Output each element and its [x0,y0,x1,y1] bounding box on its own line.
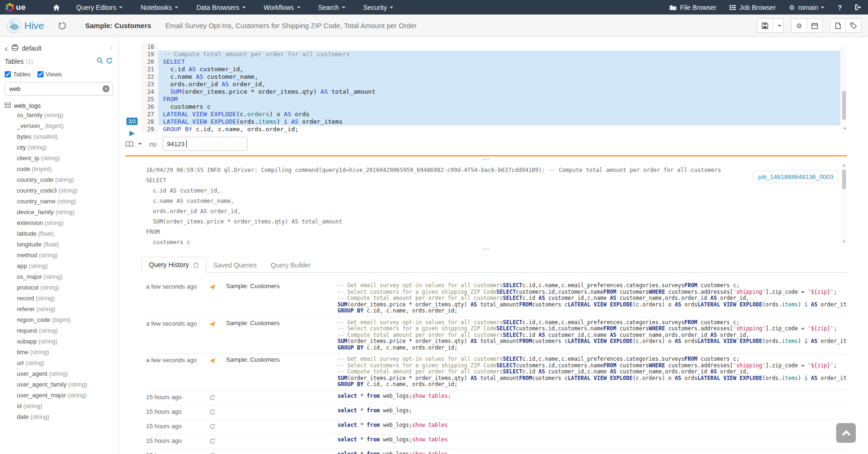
column-item-latitude[interactable]: latitude (float) [5,230,113,241]
history-query-name[interactable]: Sample: Customers [226,283,338,290]
checkbox-views[interactable]: Views [37,71,62,78]
sign-out-button[interactable] [848,0,868,15]
editor-line[interactable]: 21 c.id AS customer_id, [141,66,840,73]
tags-button[interactable] [846,18,861,33]
home-button[interactable] [46,0,70,15]
column-item-longitude[interactable]: longitude (float) [5,241,113,252]
history-query-name[interactable]: Sample: Customers [226,320,338,327]
editor-line[interactable]: 19-- Compute total amount per order for … [141,51,840,58]
refresh-icon[interactable] [106,57,113,66]
history-sql[interactable]: -- Get email survey opt-in values for al… [338,320,847,351]
nav-menu-search[interactable]: Search [312,0,352,15]
resize-handle-2[interactable]: ••• [125,246,847,252]
scroll-up-icon[interactable]: ▲ [842,163,846,167]
editor-line[interactable]: 22 c.name AS customer_name, [141,73,840,81]
editor-line[interactable]: 23 ords.order_id AS order_id, [141,81,840,88]
history-sql[interactable]: -- Get email survey opt-in values for al… [338,283,847,314]
new-document-button[interactable] [830,18,846,33]
back-icon[interactable]: ‹ [5,44,8,53]
column-item-time[interactable]: time (string) [5,349,113,359]
editor-line[interactable]: 24 SUM(order_items.price * order_items.q… [141,88,840,96]
nav-menu-notebooks[interactable]: Notebooks [134,0,185,15]
history-sql[interactable]: select * from web_logs;show tables [338,451,847,454]
variable-zip-input[interactable] [162,137,248,151]
search-icon[interactable] [96,57,103,66]
scroll-down-icon[interactable]: ▼ [842,239,846,244]
column-item-country-name[interactable]: country_name (string) [5,198,113,208]
editor-line-code[interactable] [158,43,840,51]
log-scrollbar-thumb[interactable] [842,170,846,189]
editor-line-code[interactable]: customers c [158,103,840,111]
user-menu[interactable]: ⚙ romain [782,0,831,15]
clear-filter-icon[interactable]: × [103,85,110,92]
column-item-version[interactable]: _version_ (bigint) [5,122,113,133]
nav-menu-security[interactable]: Security [357,0,400,15]
history-row[interactable]: 15 hours agoselect * from web_logs;show … [146,434,847,449]
editor-line-code[interactable]: LATERAL VIEW EXPLODE(ords.items) i AS or… [158,118,840,126]
database-name[interactable]: default [22,45,42,52]
history-row[interactable]: 15 hours agoselect * from web_logs; [146,405,847,420]
settings-button[interactable]: ⚙ [791,18,807,33]
editor-line[interactable]: 25FROM [141,96,840,103]
tab-saved-queries[interactable]: Saved Queries [206,258,264,273]
history-row[interactable]: a few seconds agoSample: Customers-- Get… [146,280,847,317]
tab-query-history[interactable]: Query History [141,257,206,273]
history-sql[interactable]: select * from web_logs;show tables [338,422,847,429]
table-item-web-logs[interactable]: web_logs [5,99,113,112]
column-item-app[interactable]: app (string) [5,262,113,273]
column-item-request[interactable]: request (string) [5,327,113,338]
save-button[interactable] [757,18,773,33]
column-item-record[interactable]: record (string) [5,295,113,305]
editor-line[interactable]: 26 customers c [141,103,840,111]
help-button[interactable]: ? [831,0,848,15]
query-description[interactable]: Email Survey Opt-Ins, Customers for Ship… [165,22,417,30]
column-item-os-family[interactable]: os_family (string) [5,112,113,122]
save-dropdown-button[interactable] [772,18,784,33]
editor-line-code[interactable]: LATERAL VIEW EXPLODE(c.orders) o AS ords [158,111,840,118]
editor-line[interactable]: 29GROUP BY c.id, c.name, ords.order_id; [141,126,840,133]
editor-line-code[interactable]: ords.order_id AS order_id, [158,81,840,88]
column-item-subapp[interactable]: subapp (string) [5,338,113,349]
column-item-method[interactable]: method (string) [5,252,113,262]
column-item-region-code[interactable]: region_code (bigint) [5,316,113,327]
history-query-name[interactable]: Sample: Customers [226,356,338,363]
history-sql[interactable]: select * from web_logs; [338,408,847,414]
resize-handle[interactable]: ••• [125,156,847,162]
history-sql[interactable]: select * from web_logs;show tables; [338,393,847,400]
nav-menu-query-editors[interactable]: Query Editors [70,0,130,15]
column-item-protocol[interactable]: protocol (string) [5,284,113,295]
table-filter-input[interactable] [5,82,113,96]
column-item-url[interactable]: url (string) [5,359,113,370]
column-item-device-family[interactable]: device_family (string) [5,208,113,219]
history-sql[interactable]: select * from web_logs;show tables [338,437,847,443]
column-item-city[interactable]: city (string) [5,144,113,155]
query-history-icon[interactable] [58,22,66,30]
column-item-referer[interactable]: referer (string) [5,305,113,316]
history-row[interactable]: a few seconds agoSample: Customers-- Get… [146,317,847,354]
editor-line-code[interactable]: -- Compute total amount per order for al… [158,51,840,58]
editor-line-code[interactable]: c.name AS customer_name, [158,73,840,81]
job-link[interactable]: job_1461888648136_0003 [753,171,839,183]
column-item-bytes[interactable]: bytes (smallint) [5,133,113,144]
column-item-country-code3[interactable]: country_code3 (string) [5,187,113,198]
checkbox-tables[interactable]: Tables [5,71,31,78]
nav-menu-workflows[interactable]: Workflows [257,0,307,15]
schedule-button[interactable] [807,18,823,33]
column-item-user-agent[interactable]: user_agent (string) [5,370,113,381]
checkbox-views-input[interactable] [37,71,44,77]
column-item-client-ip[interactable]: client_ip (string) [5,155,113,165]
column-item-country-code[interactable]: country_code (string) [5,176,113,187]
tab-query-builder[interactable]: Query Builder [264,258,318,273]
column-item-code[interactable]: code (tinyint) [5,165,113,176]
editor-line-code[interactable]: SELECT [158,58,840,66]
column-item-extension[interactable]: extension (string) [5,219,113,230]
clear-history-icon[interactable] [193,262,199,268]
hue-logo[interactable]: ue [0,0,30,15]
open-book-icon[interactable] [125,141,144,147]
log-scrollbar[interactable]: ▲ ▼ [841,162,847,245]
collapse-assist-icon[interactable]: ‹ [110,43,113,52]
column-item-id[interactable]: id (string) [5,402,113,413]
editor-line-code[interactable]: c.id AS customer_id, [158,66,840,73]
editor-line-code[interactable]: FROM [158,96,840,103]
column-item-user-agent-family[interactable]: user_agent_family (string) [5,381,113,392]
